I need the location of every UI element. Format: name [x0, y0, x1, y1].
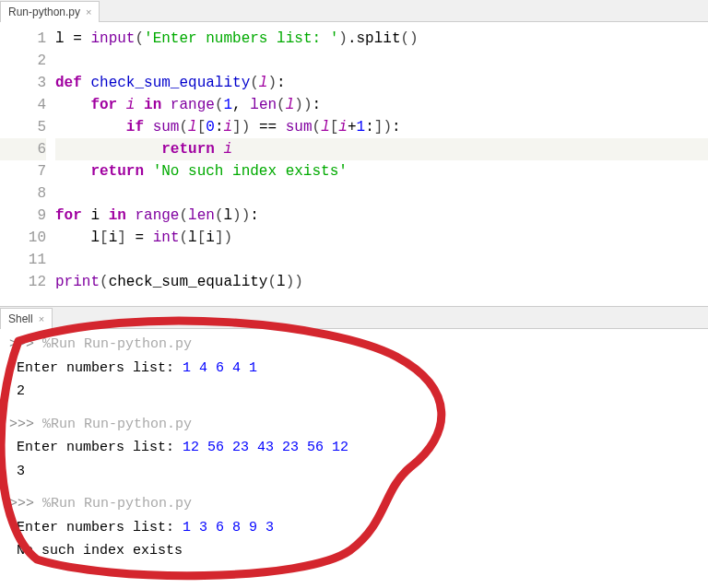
code-line[interactable]: print(check_sum_equality(l))	[55, 271, 708, 293]
shell-io-line: Enter numbers list: 1 4 6 4 1	[9, 357, 699, 381]
close-icon[interactable]: ×	[39, 313, 44, 324]
code-line[interactable]: for i in range(len(l)):	[55, 205, 708, 227]
code-line[interactable]	[55, 249, 708, 271]
shell-output-line: 2	[9, 380, 699, 404]
line-number: 4	[0, 94, 46, 116]
line-number: 6	[0, 138, 46, 160]
code-editor[interactable]: 123456789101112 l = input('Enter numbers…	[0, 22, 708, 299]
line-number: 9	[0, 205, 46, 227]
line-number: 11	[0, 249, 46, 271]
code-line[interactable]: l[i] = int(l[i])	[55, 227, 708, 249]
line-number: 5	[0, 116, 46, 138]
editor-tab[interactable]: Run-python.py ×	[0, 1, 100, 22]
line-number: 8	[0, 182, 46, 205]
shell-tab-bar: Shell ×	[0, 307, 708, 329]
shell-io-line: Enter numbers list: 12 56 23 43 23 56 12	[9, 436, 699, 460]
code-line[interactable]: l = input('Enter numbers list: ').split(…	[55, 28, 708, 50]
line-number: 3	[0, 72, 46, 94]
code-line[interactable]: for i in range(1, len(l)):	[55, 94, 708, 116]
close-icon[interactable]: ×	[86, 6, 91, 18]
code-line[interactable]	[55, 182, 708, 205]
line-number: 12	[0, 271, 46, 293]
shell-output-line: 3	[9, 460, 699, 484]
shell-tab[interactable]: Shell ×	[0, 308, 53, 329]
code-area[interactable]: l = input('Enter numbers list: ').split(…	[55, 22, 708, 299]
shell-panel: Shell × >>> %Run Run-python.pyEnter numb…	[0, 306, 708, 588]
line-number: 10	[0, 227, 46, 249]
shell-tab-label: Shell	[8, 312, 33, 325]
shell-run-line: >>> %Run Run-python.py	[9, 413, 699, 437]
code-line[interactable]	[55, 50, 708, 72]
code-line[interactable]: def check_sum_equality(l):	[55, 72, 708, 94]
shell-io-line: Enter numbers list: 1 3 6 8 9 3	[9, 516, 699, 540]
shell-output[interactable]: >>> %Run Run-python.pyEnter numbers list…	[0, 329, 708, 588]
line-number: 1	[0, 28, 46, 50]
code-line[interactable]: return i	[55, 138, 708, 160]
code-line[interactable]: return 'No such index exists'	[55, 160, 708, 182]
shell-run-line: >>> %Run Run-python.py	[9, 492, 699, 516]
code-line[interactable]: if sum(l[0:i]) == sum(l[i+1:]):	[55, 116, 708, 138]
editor-tab-label: Run-python.py	[8, 6, 80, 18]
shell-output-line: No such index exists	[9, 539, 699, 563]
line-number: 2	[0, 50, 46, 72]
shell-run-line: >>> %Run Run-python.py	[9, 333, 699, 357]
line-number: 7	[0, 160, 46, 182]
editor-tab-bar: Run-python.py ×	[0, 0, 708, 22]
line-number-gutter: 123456789101112	[0, 22, 55, 299]
